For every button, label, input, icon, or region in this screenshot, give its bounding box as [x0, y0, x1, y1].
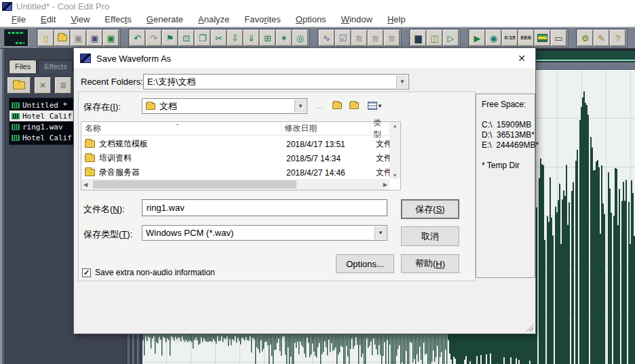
- menu-window[interactable]: Window: [334, 14, 380, 25]
- save-extra-info-checkbox[interactable]: ✓ Save extra non-audio information: [82, 268, 215, 277]
- drive-free-space: E:\ 244469MB*: [482, 140, 535, 150]
- up-one-level-icon[interactable]: ⇧: [329, 98, 344, 113]
- save-in-combobox[interactable]: 文档 ▼: [142, 98, 307, 114]
- temp-dir-note: * Temp Dir: [482, 161, 535, 170]
- menu-view[interactable]: View: [63, 14, 97, 25]
- folder-row[interactable]: 培训资料2018/5/7 14:34文件: [81, 151, 389, 165]
- frequency-window-icon[interactable]: EEE: [518, 30, 534, 46]
- new-folder-icon[interactable]: ✳: [347, 98, 362, 113]
- folder-listbox[interactable]: ⌄ 名称 修改日期 类型 文档规范模板2018/4/17 13:51文件培训资料…: [81, 121, 401, 190]
- resize-grip[interactable]: [524, 323, 533, 331]
- recent-folders-combobox[interactable]: E:\支持\文档 ▼: [143, 74, 409, 89]
- redo-icon[interactable]: ↷: [146, 30, 161, 46]
- waveform-edit-icon[interactable]: ∿: [319, 30, 334, 46]
- chevron-down-icon[interactable]: ▼: [396, 75, 408, 88]
- window-title: Untitled* - Cool Edit Pro: [16, 1, 109, 12]
- view-toggle-button[interactable]: [4, 29, 28, 47]
- zoom-selection-icon[interactable]: ◎: [292, 30, 308, 46]
- waveform-file-icon: [12, 135, 20, 141]
- copy-icon[interactable]: ❐: [195, 30, 210, 46]
- menu-edit[interactable]: Edit: [33, 14, 63, 25]
- crop-icon[interactable]: ⊡: [178, 30, 194, 46]
- settings-check-icon[interactable]: ☑: [335, 30, 351, 46]
- waveform-file-icon: [12, 113, 20, 119]
- waveform-thumb-icon: [8, 32, 24, 34]
- scroll-right-icon: ▶: [383, 182, 387, 188]
- folder-icon: [146, 103, 155, 110]
- options-button[interactable]: Options...: [336, 254, 394, 273]
- save-type-label: 保存类型(T):: [83, 228, 132, 241]
- app-root: Untitled* - Cool Edit Pro FileEditViewEf…: [0, 0, 635, 364]
- menu-file[interactable]: File: [4, 14, 33, 25]
- menu-help[interactable]: Help: [380, 14, 413, 25]
- waveform-file-icon: [12, 102, 20, 108]
- menu-analyze[interactable]: Analyze: [191, 14, 237, 25]
- save-button[interactable]: 保存(S): [401, 199, 459, 219]
- recent-folders-label: Recent Folders:: [81, 77, 143, 87]
- waveform-thumb-icon: [16, 42, 24, 44]
- play-icon[interactable]: ▶: [469, 30, 485, 46]
- column-date-modified[interactable]: 修改日期: [282, 123, 370, 134]
- window-titlebar: Untitled* - Cool Edit Pro: [0, 0, 635, 12]
- save-as-icon[interactable]: ▣: [87, 30, 102, 46]
- tab-files[interactable]: Files: [9, 60, 37, 73]
- status-bar-icon[interactable]: ▭: [551, 30, 566, 46]
- open-file-button[interactable]: [7, 77, 31, 94]
- noise-reduction-icon[interactable]: ✶: [276, 30, 292, 46]
- column-name[interactable]: 名称: [81, 123, 282, 134]
- dialog-app-icon: [80, 54, 91, 63]
- play-list-icon[interactable]: ≣: [384, 30, 400, 46]
- checkbox-mark-icon: ✓: [82, 268, 91, 277]
- chevron-down-icon[interactable]: ▼: [294, 100, 306, 113]
- paste-icon[interactable]: ⇩: [227, 30, 243, 46]
- menu-effects[interactable]: Effects: [97, 14, 139, 25]
- save-selection-icon[interactable]: ▣: [103, 30, 119, 46]
- marker-icon[interactable]: ⚑: [162, 30, 178, 46]
- scroll-down-icon: ▼: [393, 173, 398, 178]
- dialog-close-button[interactable]: ✕: [508, 48, 535, 68]
- menu-favorites[interactable]: Favorites: [237, 14, 288, 25]
- menu-generate[interactable]: Generate: [139, 14, 191, 25]
- save-type-combobox[interactable]: Windows PCM (*.wav) ▼: [142, 225, 387, 241]
- convert-sample-type-icon[interactable]: ⊞: [260, 30, 275, 46]
- back-icon: ←: [313, 100, 326, 113]
- help-button[interactable]: 帮助(H): [401, 254, 459, 273]
- free-space-panel: Free Space: C:\ 15909MBD:\ 36513MB*E:\ 2…: [476, 94, 535, 278]
- sort-ascending-icon: ⌄: [175, 120, 180, 127]
- help-icon[interactable]: ?: [610, 30, 626, 46]
- app-logo-icon: [2, 2, 12, 11]
- folder-icon: [85, 155, 95, 162]
- cut-icon[interactable]: ✂: [211, 30, 227, 46]
- cancel-button[interactable]: 取消: [401, 226, 459, 246]
- tab-effects[interactable]: Effects: [38, 60, 73, 73]
- new-file-icon[interactable]: ▯: [38, 30, 54, 46]
- time-window-icon[interactable]: 0:15: [502, 30, 518, 46]
- scrollbar-thumb[interactable]: [93, 180, 296, 188]
- file-name-input[interactable]: ring1.wav: [142, 199, 387, 216]
- cue-list-icon[interactable]: ≣: [351, 30, 367, 46]
- organizer-window-icon[interactable]: ◫: [427, 30, 442, 46]
- open-file-icon[interactable]: [54, 30, 70, 46]
- folder-icon: [85, 169, 95, 176]
- close-file-button[interactable]: ✕: [35, 77, 51, 94]
- save-in-value: 文档: [159, 100, 177, 113]
- settings-gear-icon[interactable]: ⚙: [577, 30, 593, 46]
- window-dark-icon[interactable]: ▆: [410, 30, 426, 46]
- cue-range-icon[interactable]: ≣: [368, 30, 383, 46]
- view-menu-icon[interactable]: ▾: [364, 98, 385, 113]
- undo-icon[interactable]: ↶: [130, 30, 145, 46]
- menu-options[interactable]: Options: [288, 14, 334, 25]
- dialog-titlebar: Save Waveform As: [74, 48, 535, 68]
- chevron-down-icon[interactable]: ▼: [374, 226, 386, 239]
- scripts-icon[interactable]: ✎: [594, 30, 609, 46]
- level-meters-icon[interactable]: [535, 30, 550, 46]
- file-properties-button[interactable]: ≣: [55, 77, 71, 94]
- playlist-window-icon[interactable]: ▷: [443, 30, 459, 46]
- save-file-icon[interactable]: ▣: [71, 30, 86, 46]
- vertical-scrollbar[interactable]: ▲▼: [389, 122, 400, 179]
- horizontal-scrollbar[interactable]: ◀▶: [81, 179, 389, 190]
- folder-row[interactable]: 录音服务器2018/4/27 14:46文件: [81, 165, 389, 180]
- mix-paste-icon[interactable]: ⇓: [244, 30, 259, 46]
- folder-row[interactable]: 文档规范模板2018/4/17 13:51文件: [81, 137, 389, 151]
- zoom-icon[interactable]: ◉: [486, 30, 501, 46]
